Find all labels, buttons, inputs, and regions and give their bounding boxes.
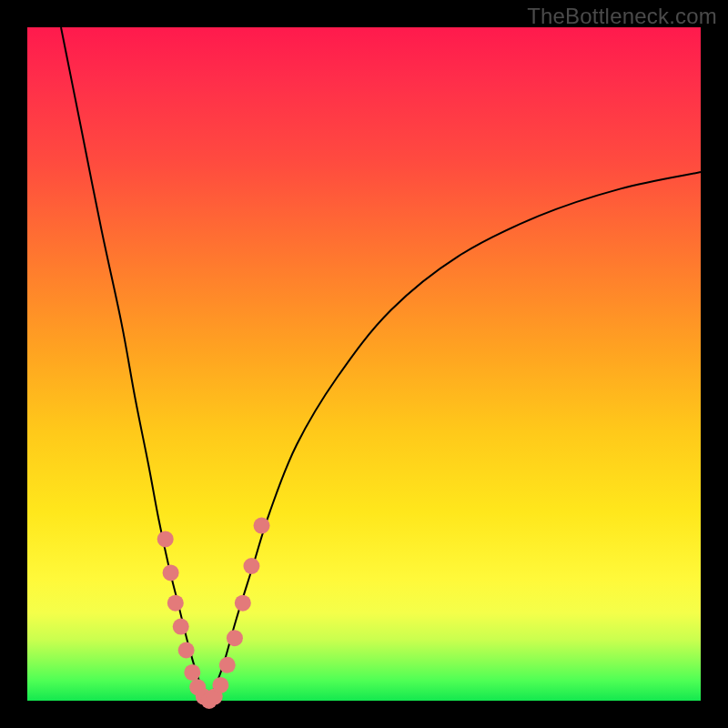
data-point <box>157 531 174 547</box>
data-point <box>184 664 200 681</box>
chart-svg <box>27 27 701 701</box>
data-point <box>227 630 243 646</box>
data-point <box>219 657 236 673</box>
data-point <box>235 595 251 612</box>
curve-right-branch <box>209 172 701 701</box>
curve-group <box>61 27 701 701</box>
curve-left-branch <box>61 27 209 701</box>
data-point <box>212 677 228 693</box>
watermark-text: TheBottleneck.com <box>527 4 717 29</box>
data-point <box>178 642 195 659</box>
data-point <box>173 619 189 635</box>
data-point <box>163 564 179 581</box>
data-point <box>254 518 270 534</box>
dots-group <box>157 518 270 709</box>
data-point <box>167 595 184 612</box>
data-point <box>243 558 259 574</box>
outer-frame: TheBottleneck.com <box>0 0 728 728</box>
